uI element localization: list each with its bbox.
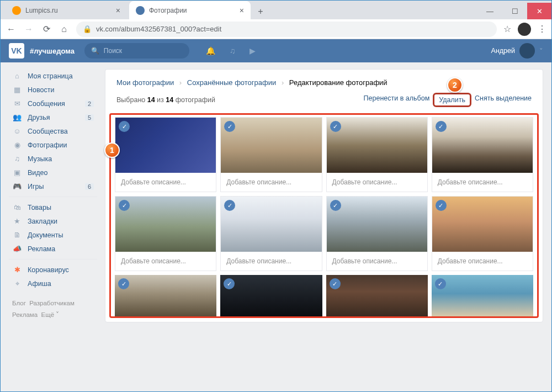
- browser-tab-lumpics[interactable]: Lumpics.ru ×: [6, 1, 127, 19]
- photo-item[interactable]: ✓Добавьте описание...: [115, 196, 216, 271]
- footer-blog[interactable]: Блог: [12, 300, 26, 306]
- close-tab-icon[interactable]: ×: [240, 6, 244, 15]
- favicon-lumpics: [12, 6, 21, 15]
- photo-description-input[interactable]: Добавьте описание...: [327, 173, 427, 192]
- window-minimize-button[interactable]: —: [477, 3, 502, 19]
- check-icon[interactable]: ✓: [224, 278, 235, 289]
- clear-selection-button[interactable]: Снять выделение: [475, 94, 532, 105]
- move-to-album-button[interactable]: Перенести в альбом: [364, 94, 430, 105]
- sidebar-icon: 👥: [12, 113, 22, 121]
- footer-dev[interactable]: Разработчикам: [29, 300, 75, 306]
- browser-tab-photos[interactable]: Фотографии ×: [129, 1, 251, 19]
- profile-avatar[interactable]: [518, 23, 531, 36]
- photo-description-input[interactable]: Добавьте описание...: [221, 173, 321, 192]
- sidebar-item-Сообщения[interactable]: ✉Сообщения2: [9, 97, 97, 110]
- sidebar-item-Закладки[interactable]: ★Закладки: [9, 214, 97, 228]
- sidebar-item-label: Фотографии: [28, 141, 67, 149]
- photo-item[interactable]: ✓Добавьте описание...: [432, 196, 533, 271]
- photo-item[interactable]: ✓: [432, 275, 533, 316]
- close-tab-icon[interactable]: ×: [116, 6, 120, 15]
- photo-item[interactable]: ✓: [115, 275, 216, 316]
- reload-button[interactable]: ⟳: [41, 24, 52, 34]
- address-bar[interactable]: 🔒 vk.com/album432567381_000?act=edit: [76, 22, 497, 37]
- sidebar-icon: 🎮: [12, 182, 22, 190]
- search-icon: 🔍: [91, 47, 99, 55]
- check-icon[interactable]: ✓: [330, 121, 341, 132]
- sidebar-item-Сообщества[interactable]: ☺Сообщества: [9, 124, 97, 138]
- sidebar-item-Документы[interactable]: 🗎Документы: [9, 228, 97, 242]
- search-placeholder: Поиск: [104, 47, 122, 55]
- crumb-saved-photos[interactable]: Сохранённые фотографии: [187, 78, 276, 87]
- music-icon[interactable]: ♫: [230, 46, 236, 55]
- sidebar-item-Музыка[interactable]: ♫Музыка: [9, 152, 97, 166]
- footer-ads[interactable]: Реклама: [12, 311, 38, 318]
- sidebar-item-Товары[interactable]: 🛍Товары: [9, 200, 97, 214]
- sidebar-icon: ★: [12, 217, 22, 225]
- hashtag[interactable]: #лучшедома: [30, 47, 75, 55]
- sidebar-badge: 5: [85, 114, 94, 121]
- sidebar-item-label: Афиша: [28, 280, 51, 288]
- sidebar-item-Новости[interactable]: ▦Новости: [9, 83, 97, 97]
- sidebar-item-Афиша[interactable]: ⌖Афиша: [9, 277, 97, 291]
- sidebar-item-Игры[interactable]: 🎮Игры6: [9, 179, 97, 193]
- photo-item[interactable]: ✓Добавьте описание...: [432, 117, 533, 192]
- sidebar-item-Коронавирус[interactable]: ✱Коронавирус: [9, 263, 97, 277]
- sidebar-item-Фотографии[interactable]: ◉Фотографии: [9, 138, 97, 152]
- favicon-vk: [136, 6, 145, 15]
- footer-more[interactable]: Ещё ˅: [41, 311, 60, 318]
- delete-button[interactable]: Удалить: [433, 93, 471, 107]
- check-icon[interactable]: ✓: [224, 121, 235, 132]
- photo-description-input[interactable]: Добавьте описание...: [221, 252, 321, 271]
- sidebar-item-label: Реклама: [28, 245, 55, 253]
- home-button[interactable]: ⌂: [59, 24, 70, 34]
- sidebar-badge: 2: [85, 100, 94, 107]
- check-icon[interactable]: ✓: [119, 200, 130, 211]
- sidebar-icon: 🗎: [12, 231, 22, 239]
- check-icon[interactable]: ✓: [436, 200, 447, 211]
- check-icon[interactable]: ✓: [330, 278, 341, 289]
- photo-item[interactable]: ✓Добавьте описание...: [326, 196, 428, 271]
- photo-item[interactable]: ✓Добавьте описание...: [220, 196, 322, 271]
- check-icon[interactable]: ✓: [330, 200, 341, 211]
- video-icon[interactable]: ▶: [250, 46, 256, 55]
- browser-menu-button[interactable]: ⋮: [538, 24, 546, 34]
- window-close-button[interactable]: ✕: [527, 3, 552, 19]
- sidebar-item-Друзья[interactable]: 👥Друзья5: [9, 110, 97, 124]
- photo-item[interactable]: ✓: [326, 275, 428, 316]
- check-icon[interactable]: ✓: [435, 278, 446, 289]
- photo-item[interactable]: ✓Добавьте описание...: [220, 117, 322, 192]
- new-tab-button[interactable]: +: [253, 4, 268, 19]
- photo-description-input[interactable]: Добавьте описание...: [115, 173, 216, 192]
- chevron-down-icon: ˅: [539, 47, 543, 55]
- sidebar-item-Моя страница[interactable]: ⌂Моя страница: [9, 69, 97, 83]
- photo-item[interactable]: ✓Добавьте описание...: [326, 117, 428, 192]
- tab-title: Lumpics.ru: [25, 7, 58, 14]
- check-icon[interactable]: ✓: [119, 121, 130, 132]
- sidebar-item-label: Сообщения: [28, 100, 65, 108]
- sidebar: ⌂Моя страница▦Новости✉Сообщения2👥Друзья5…: [9, 69, 97, 322]
- photo-item[interactable]: ✓: [220, 275, 322, 316]
- photo-description-input[interactable]: Добавьте описание...: [115, 252, 216, 271]
- back-button[interactable]: ←: [6, 24, 17, 34]
- window-maximize-button[interactable]: ☐: [502, 3, 527, 19]
- check-icon[interactable]: ✓: [224, 200, 235, 211]
- photo-description-input[interactable]: Добавьте описание...: [432, 173, 533, 192]
- forward-button: →: [23, 24, 34, 34]
- sidebar-item-label: Моя страница: [28, 72, 73, 80]
- vk-logo[interactable]: VK: [9, 43, 24, 59]
- url-text: vk.com/album432567381_000?act=edit: [96, 25, 221, 33]
- search-input[interactable]: 🔍 Поиск: [84, 43, 189, 59]
- sidebar-item-label: Новости: [28, 86, 54, 94]
- check-icon[interactable]: ✓: [118, 278, 129, 289]
- sidebar-item-Видео[interactable]: ▣Видео: [9, 166, 97, 179]
- check-icon[interactable]: ✓: [436, 121, 447, 132]
- photo-description-input[interactable]: Добавьте описание...: [432, 252, 533, 271]
- sidebar-icon: ✱: [12, 266, 22, 274]
- sidebar-item-Реклама[interactable]: 📣Реклама: [9, 242, 97, 256]
- user-menu[interactable]: Андрей ˅: [491, 43, 543, 59]
- photo-description-input[interactable]: Добавьте описание...: [327, 252, 427, 271]
- photo-item[interactable]: ✓Добавьте описание...: [115, 117, 216, 192]
- notifications-icon[interactable]: 🔔: [206, 46, 215, 55]
- crumb-my-photos[interactable]: Мои фотографии: [116, 78, 174, 87]
- bookmark-button[interactable]: ☆: [503, 24, 511, 34]
